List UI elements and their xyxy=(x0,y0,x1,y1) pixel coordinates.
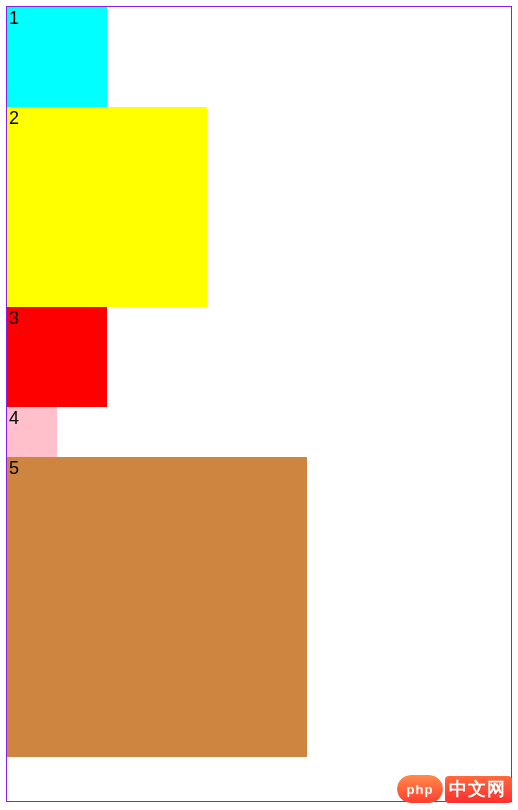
box-5: 5 xyxy=(7,457,307,757)
box-4: 4 xyxy=(7,407,57,457)
brand-badge-text: php xyxy=(407,782,434,797)
box-1: 1 xyxy=(7,7,107,107)
box-2: 2 xyxy=(7,107,207,307)
php-badge-icon: php xyxy=(397,775,443,803)
box-3: 3 xyxy=(7,307,107,407)
watermark-logo: php 中文网 xyxy=(397,774,512,804)
brand-text: 中文网 xyxy=(445,776,512,803)
outer-frame: 1 2 3 4 5 xyxy=(6,6,512,802)
